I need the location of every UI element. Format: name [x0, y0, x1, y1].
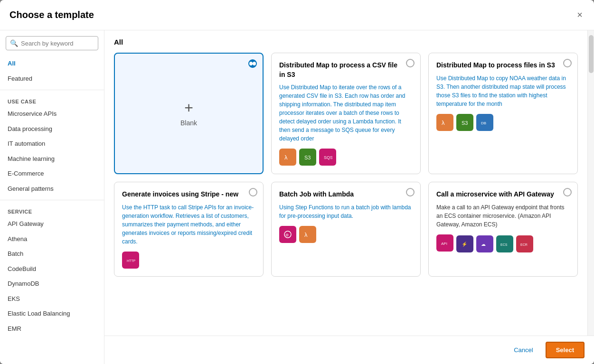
main-content: All + Blank [104, 30, 594, 364]
blank-card-content: + Blank [123, 61, 255, 166]
lambda-icon-3: λ [299, 226, 316, 243]
scrollbar-thumb [589, 35, 594, 73]
svg-text:ECR: ECR [520, 243, 528, 246]
svg-text:λ: λ [284, 154, 288, 161]
svg-text:S3: S3 [304, 155, 311, 160]
sidebar-item-eks[interactable]: EKS [0, 291, 104, 307]
cancel-button[interactable]: Cancel [506, 342, 540, 358]
divider-2 [0, 200, 104, 200]
radio-generate-invoices [249, 188, 257, 196]
sidebar-item-dynamodb[interactable]: DynamoDB [0, 276, 104, 291]
radio-microservice-api-gateway [563, 188, 572, 196]
card-description-generate-invoices: Use the HTTP task to call Stripe APIs fo… [122, 203, 255, 246]
search-input[interactable] [21, 40, 94, 47]
modal-header: Choose a template × [0, 0, 594, 30]
svg-text:HTTP: HTTP [127, 259, 135, 262]
svg-text:λ: λ [442, 119, 445, 126]
sidebar-item-athena[interactable]: Athena [0, 232, 104, 247]
card-icons-generate-invoices: HTTP [122, 252, 255, 269]
svg-text:⚙: ⚙ [285, 233, 289, 237]
card-description-microservice-api-gateway: Make a call to an API Gateway endpoint t… [436, 203, 570, 229]
templates-panel: All + Blank [104, 30, 587, 336]
s3-icon-2: S3 [456, 114, 473, 131]
sidebar-item-all[interactable]: All [0, 56, 104, 71]
svg-text:⚡: ⚡ [462, 241, 468, 247]
sidebar-item-microservice-apis[interactable]: Microservice APIs [0, 106, 104, 121]
right-scrollbar[interactable] [587, 30, 594, 336]
svg-text:SQS: SQS [324, 155, 332, 160]
close-button[interactable]: × [575, 8, 585, 22]
card-icons-distributed-map-csv: λ S3 SQS [279, 149, 413, 166]
use-case-section-label: USE CASE [0, 94, 104, 106]
batch-icon: ⚙ [279, 226, 296, 243]
sidebar-item-featured[interactable]: Featured [0, 71, 104, 86]
cloud-icon: ☁ [476, 235, 493, 252]
plus-icon: + [184, 100, 193, 115]
sidebar-item-elastic-load-balancing[interactable]: Elastic Load Balancing [0, 306, 104, 321]
radio-distributed-map-files [563, 59, 572, 67]
sidebar-item-data-processing[interactable]: Data processing [0, 121, 104, 137]
lambda-icon-2: λ [436, 114, 453, 131]
content-area: All + Blank [104, 30, 594, 336]
card-title-microservice-api-gateway: Call a microservice with API Gateway [436, 190, 570, 199]
svg-text:ECS: ECS [500, 243, 508, 246]
sfn-icon: ⚡ [456, 235, 473, 252]
card-description-batch-job-lambda: Using Step Functions to run a batch job … [279, 203, 413, 220]
template-card-microservice-api-gateway[interactable]: Call a microservice with API Gateway Mak… [428, 182, 578, 277]
card-description-distributed-map-csv: Use Distributed Map to iterate over the … [279, 83, 413, 143]
ecr-icon: ECR [516, 235, 533, 252]
svg-text:API: API [441, 242, 447, 246]
search-icon: 🔍 [10, 39, 18, 47]
svg-text:S3: S3 [462, 120, 468, 126]
templates-grid: + Blank Distributed Map to process a CSV… [114, 53, 578, 277]
sidebar-item-machine-learning[interactable]: Machine learning [0, 151, 104, 167]
service-section-label: SERVICE [0, 204, 104, 216]
modal-body: 🔍 All Featured USE CASE Microservice API… [0, 30, 594, 364]
card-title-distributed-map-csv: Distributed Map to process a CSV file in… [279, 61, 413, 79]
sidebar: 🔍 All Featured USE CASE Microservice API… [0, 30, 104, 364]
svg-text:λ: λ [304, 231, 308, 238]
http-icon: HTTP [122, 252, 139, 269]
choose-template-modal: Choose a template × 🔍 All Featured [0, 0, 594, 364]
card-title-generate-invoices: Generate invoices using Stripe - new [122, 190, 255, 199]
divider-1 [0, 90, 104, 90]
sidebar-item-it-automation[interactable]: IT automation [0, 136, 104, 151]
s3-icon: S3 [299, 149, 316, 166]
sidebar-item-api-gateway[interactable]: API Gateway [0, 216, 104, 232]
modal-title: Choose a template [9, 9, 94, 20]
card-icons-microservice-api-gateway: API ⚡ ☁ ECS [436, 234, 570, 254]
svg-text:DB: DB [481, 121, 486, 125]
template-card-blank[interactable]: + Blank [114, 53, 264, 174]
dynamodb-icon: DB [476, 114, 493, 131]
sidebar-item-codebuild[interactable]: CodeBuild [0, 261, 104, 277]
lambda-icon: λ [279, 149, 296, 166]
card-title-batch-job-lambda: Batch Job with Lambda [279, 190, 413, 199]
select-button[interactable]: Select [546, 342, 585, 358]
card-icons-distributed-map-files: λ S3 DB [436, 114, 570, 131]
svg-text:☁: ☁ [481, 242, 486, 247]
template-card-batch-job-lambda[interactable]: Batch Job with Lambda Using Step Functio… [271, 182, 421, 277]
search-container: 🔍 [0, 36, 104, 56]
modal-footer: Cancel Select [104, 336, 594, 364]
sidebar-item-batch[interactable]: Batch [0, 246, 104, 261]
sidebar-item-ecommerce[interactable]: E-Commerce [0, 166, 104, 181]
apigw-icon: API [436, 234, 453, 252]
panel-title: All [114, 38, 578, 46]
card-title-distributed-map-files: Distributed Map to process files in S3 [436, 61, 570, 70]
radio-batch-job-lambda [406, 188, 415, 196]
card-icons-batch-job-lambda: ⚙ λ [279, 226, 413, 243]
sidebar-item-general-patterns[interactable]: General patterns [0, 181, 104, 196]
template-card-distributed-map-csv[interactable]: Distributed Map to process a CSV file in… [271, 53, 421, 174]
card-description-distributed-map-files: Use Distributed Map to copy NOAA weather… [436, 74, 570, 108]
sqs-icon: SQS [319, 149, 336, 166]
sidebar-item-emr[interactable]: EMR [0, 321, 104, 336]
template-card-generate-invoices[interactable]: Generate invoices using Stripe - new Use… [114, 182, 264, 277]
radio-blank [248, 59, 257, 68]
ecs-icon: ECS [496, 235, 513, 252]
template-card-distributed-map-files[interactable]: Distributed Map to process files in S3 U… [428, 53, 578, 174]
search-input-wrap[interactable]: 🔍 [6, 36, 98, 50]
radio-distributed-map-csv [406, 59, 415, 67]
blank-label: Blank [180, 119, 197, 127]
